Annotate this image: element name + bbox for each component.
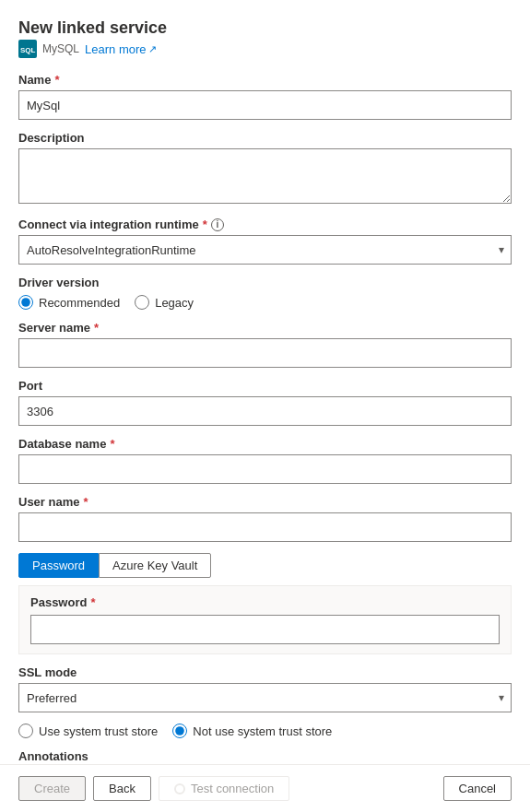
ssl-mode-select[interactable]: Preferred Required Disabled Verify CA Ve…: [18, 683, 512, 712]
driver-legacy-label: Legacy: [155, 296, 194, 310]
runtime-select[interactable]: AutoResolveIntegrationRuntime: [18, 235, 512, 265]
database-name-input[interactable]: [18, 454, 512, 484]
tab-azure-key-vault[interactable]: Azure Key Vault: [99, 553, 211, 578]
runtime-info-icon[interactable]: i: [211, 218, 224, 231]
name-label: Name *: [18, 73, 512, 87]
ssl-mode-select-wrapper: Preferred Required Disabled Verify CA Ve…: [18, 683, 512, 712]
svg-text:SQL: SQL: [20, 46, 36, 54]
port-label: Port: [18, 379, 512, 393]
user-name-section: User name *: [18, 495, 512, 542]
footer: Create Back Test connection Cancel: [0, 764, 530, 812]
cancel-button[interactable]: Cancel: [443, 776, 512, 801]
name-section: Name *: [18, 73, 512, 120]
port-input[interactable]: [18, 396, 512, 426]
driver-version-section: Driver version Recommended Legacy: [18, 276, 512, 310]
user-name-input[interactable]: [18, 512, 512, 542]
use-system-trust-option[interactable]: Use system trust store: [18, 724, 158, 738]
driver-legacy-radio[interactable]: [135, 295, 149, 310]
learn-more-link[interactable]: Learn more ↗: [85, 42, 156, 56]
service-type-label: MySQL: [42, 42, 79, 55]
port-section: Port: [18, 379, 512, 426]
driver-version-label: Driver version: [18, 276, 512, 289]
user-name-required-star: *: [83, 495, 88, 509]
driver-legacy-option[interactable]: Legacy: [135, 295, 194, 310]
description-label: Description: [18, 131, 512, 145]
driver-recommended-label: Recommended: [39, 296, 120, 310]
trust-store-section: Use system trust store Not use system tr…: [18, 724, 512, 738]
password-section: Password *: [18, 585, 512, 654]
runtime-select-wrapper: AutoResolveIntegrationRuntime ▾: [18, 235, 512, 265]
password-required-star: *: [90, 595, 95, 609]
not-use-system-trust-option[interactable]: Not use system trust store: [172, 724, 332, 738]
name-required-star: *: [54, 73, 59, 87]
runtime-label: Connect via integration runtime * i: [18, 218, 512, 231]
use-system-trust-label: Use system trust store: [39, 724, 158, 738]
password-label: Password *: [30, 595, 500, 609]
create-button[interactable]: Create: [18, 776, 86, 801]
tab-password[interactable]: Password: [18, 553, 99, 578]
test-connection-spinner-icon: [174, 783, 185, 794]
server-name-input[interactable]: [18, 338, 512, 368]
database-name-section: Database name *: [18, 437, 512, 484]
ssl-mode-label: SSL mode: [18, 665, 512, 679]
driver-recommended-radio[interactable]: [18, 295, 33, 310]
use-system-trust-radio[interactable]: [18, 724, 33, 738]
driver-recommended-option[interactable]: Recommended: [18, 295, 120, 310]
page-title: New linked service: [18, 18, 512, 38]
runtime-section: Connect via integration runtime * i Auto…: [18, 218, 512, 265]
runtime-required-star: *: [203, 218, 207, 231]
external-link-icon: ↗: [148, 43, 157, 55]
name-input[interactable]: [18, 90, 512, 120]
driver-version-radio-group: Recommended Legacy: [18, 295, 512, 310]
annotations-label: Annotations: [18, 749, 512, 763]
back-button[interactable]: Back: [93, 776, 151, 801]
database-name-label: Database name *: [18, 437, 512, 451]
credential-tab-group: Password Azure Key Vault: [18, 553, 512, 578]
server-name-required-star: *: [94, 321, 99, 335]
server-name-label: Server name *: [18, 321, 512, 335]
test-connection-button[interactable]: Test connection: [159, 776, 289, 801]
not-use-system-trust-radio[interactable]: [172, 724, 187, 738]
description-section: Description: [18, 131, 512, 206]
server-name-section: Server name *: [18, 321, 512, 368]
mysql-icon: SQL: [18, 40, 37, 58]
user-name-label: User name *: [18, 495, 512, 509]
password-input[interactable]: [30, 615, 500, 644]
description-input[interactable]: [18, 148, 512, 204]
database-name-required-star: *: [110, 437, 114, 451]
ssl-mode-section: SSL mode Preferred Required Disabled Ver…: [18, 665, 512, 712]
not-use-system-trust-label: Not use system trust store: [193, 724, 332, 738]
